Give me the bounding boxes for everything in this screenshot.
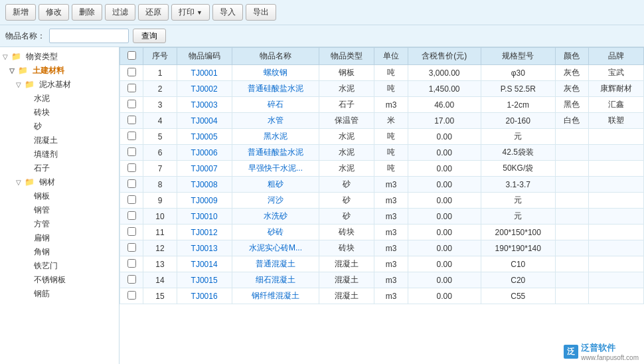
row-name[interactable]: 黑水泥 [232,129,319,145]
sidebar-item-steel_pipe[interactable]: ▷ 钢管 [0,203,119,217]
row-code[interactable]: TJ0012 [177,225,232,240]
sidebar-item-root[interactable]: ▽ 📁 物资类型 [0,50,119,64]
add-button[interactable]: 新增 [5,4,36,21]
row-code[interactable]: TJ0016 [177,288,232,304]
row-name[interactable]: 螺纹钢 [232,65,319,81]
sidebar-item-label: 钢管 [34,205,50,215]
row-code[interactable]: TJ0002 [177,81,232,97]
row-checkbox-cell[interactable] [120,209,143,225]
row-checkbox-cell[interactable] [120,113,143,129]
sidebar-item-filler[interactable]: ▷ 填缝剂 [0,147,119,161]
restore-button[interactable]: 还原 [138,4,169,21]
table-body: 1TJ0001螺纹钢钢板吨3,000.00φ30灰色宝武2TJ0002普通硅酸盐… [120,65,644,304]
row-checkbox[interactable] [127,211,136,220]
print-button[interactable]: 打印 ▼ [171,4,210,21]
row-code[interactable]: TJ0007 [177,161,232,177]
row-name[interactable]: 普通混凝土 [232,256,319,272]
row-checkbox-cell[interactable] [120,193,143,209]
sidebar-item-steel[interactable]: ▽ 📁 钢材 [0,175,119,189]
row-name[interactable]: 粗砂 [232,177,319,193]
sidebar-item-ss_plate[interactable]: ▷ 不锈钢板 [0,273,119,287]
data-table: 序号物品编码物品名称物品类型单位含税售价(元)规格型号颜色品牌 1TJ0001螺… [120,47,644,304]
row-checkbox-cell[interactable] [120,256,143,272]
row-name[interactable]: 钢纤维混凝土 [232,288,319,304]
row-checkbox[interactable] [127,147,136,156]
row-checkbox[interactable] [127,243,136,252]
delete-button[interactable]: 删除 [72,4,102,21]
row-checkbox[interactable] [127,195,136,204]
row-name[interactable]: 水泥实心砖M... [232,240,319,256]
row-brand [589,240,644,256]
row-name[interactable]: 碎石 [232,97,319,113]
row-checkbox[interactable] [127,132,136,140]
row-code[interactable]: TJ0008 [177,177,232,193]
row-code[interactable]: TJ0009 [177,193,232,209]
sidebar-item-cement[interactable]: ▷ 水泥 [0,92,119,106]
row-checkbox-cell[interactable] [120,145,143,161]
row-checkbox[interactable] [127,116,136,124]
row-checkbox-cell[interactable] [120,81,143,97]
row-code[interactable]: TJ0014 [177,256,232,272]
row-code[interactable]: TJ0010 [177,209,232,225]
row-name[interactable]: 水管 [232,113,319,129]
search-button[interactable]: 查询 [133,29,166,43]
row-code[interactable]: TJ0006 [177,145,232,161]
row-spec: 元 [481,209,555,225]
filter-button[interactable]: 过滤 [105,4,135,21]
row-checkbox[interactable] [127,100,136,108]
sidebar-item-square_pipe[interactable]: ▷ 方管 [0,217,119,231]
sidebar-item-label: 水泥 [34,94,50,103]
row-code[interactable]: TJ0004 [177,113,232,129]
row-checkbox[interactable] [127,163,136,172]
row-checkbox-cell[interactable] [120,272,143,288]
select-all-checkbox[interactable] [127,51,136,60]
row-checkbox-cell[interactable] [120,177,143,193]
leaf-icon: ▷ [25,165,31,172]
row-brand [589,209,644,225]
folder-icon: 📁 [25,80,35,89]
row-checkbox-cell[interactable] [120,65,143,81]
row-checkbox-cell[interactable] [120,129,143,145]
row-checkbox[interactable] [127,84,136,92]
row-code[interactable]: TJ0005 [177,129,232,145]
row-checkbox[interactable] [127,179,136,188]
row-checkbox-cell[interactable] [120,97,143,113]
row-name[interactable]: 普通硅酸盐水泥 [232,145,319,161]
sidebar-item-stone[interactable]: ▷ 石子 [0,161,119,175]
row-name[interactable]: 砂砖 [232,225,319,240]
edit-button[interactable]: 修改 [39,4,69,21]
sidebar-item-sand[interactable]: ▷ 砂 [0,120,119,134]
sidebar-item-iron_door[interactable]: ▷ 铁艺门 [0,259,119,273]
row-name[interactable]: 河沙 [232,193,319,209]
leaf-icon: ▷ [25,137,31,144]
export-button[interactable]: 导出 [246,4,276,21]
row-code[interactable]: TJ0013 [177,240,232,256]
search-input[interactable] [49,29,129,43]
row-checkbox-cell[interactable] [120,288,143,304]
sidebar-item-cement_base[interactable]: ▽ 📁 泥水基材 [0,78,119,92]
sidebar-item-brick[interactable]: ▷ 砖块 [0,106,119,120]
sidebar-item-angle_steel[interactable]: ▷ 角钢 [0,245,119,259]
sidebar-item-concrete[interactable]: ▷ 混凝土 [0,134,119,147]
sidebar-item-steel_plate[interactable]: ▷ 钢板 [0,189,119,203]
row-checkbox[interactable] [127,68,136,76]
row-code[interactable]: TJ0003 [177,97,232,113]
row-checkbox[interactable] [127,259,136,268]
sidebar-item-rebar[interactable]: ▷ 钢筋 [0,287,119,301]
row-checkbox-cell[interactable] [120,240,143,256]
row-brand: 联塑 [589,113,644,129]
row-checkbox-cell[interactable] [120,161,143,177]
row-checkbox-cell[interactable] [120,225,143,240]
row-checkbox[interactable] [127,291,136,300]
sidebar-item-flat_steel[interactable]: ▷ 扁钢 [0,231,119,245]
row-name[interactable]: 早强快干水泥... [232,161,319,177]
row-checkbox[interactable] [127,227,136,236]
row-code[interactable]: TJ0001 [177,65,232,81]
row-name[interactable]: 水洗砂 [232,209,319,225]
row-name[interactable]: 细石混凝土 [232,272,319,288]
row-name[interactable]: 普通硅酸盐水泥 [232,81,319,97]
import-button[interactable]: 导入 [212,4,243,21]
sidebar-item-civil[interactable]: ▽ 📁 土建材料 [0,64,119,78]
row-checkbox[interactable] [127,275,136,284]
row-code[interactable]: TJ0015 [177,272,232,288]
